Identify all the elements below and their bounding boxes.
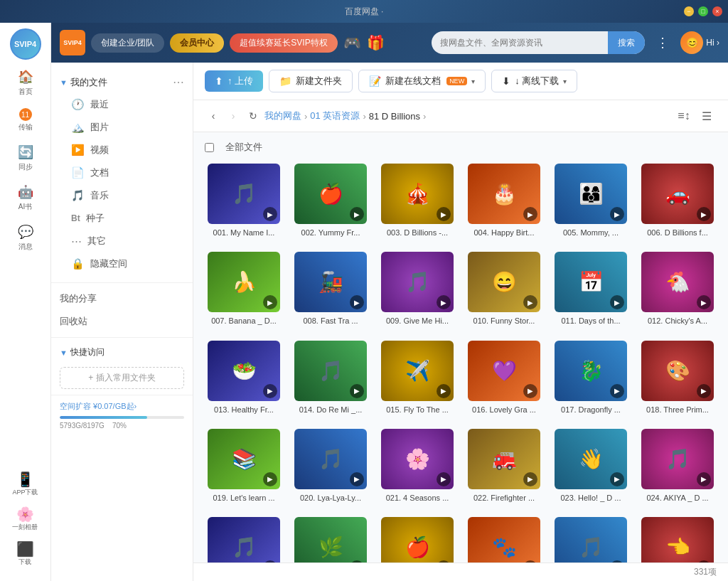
nav-video[interactable]: ▶️ 视频 xyxy=(51,139,193,161)
file-item-16[interactable]: 💜 ▶ 016. Lovely Gra ... xyxy=(465,338,543,417)
sidebar-item-message[interactable]: 💬 消息 xyxy=(0,218,50,257)
file-item-27[interactable]: 🍎 ▶ 027. 1 Apple, 2 ... xyxy=(378,514,456,563)
file-item-19[interactable]: 📚 ▶ 019. Let's learn ... xyxy=(205,426,283,506)
user-avatar: 😊 xyxy=(680,31,703,54)
forward-button[interactable]: › xyxy=(225,107,242,124)
file-item-10[interactable]: 😄 ▶ 010. Funny Stor... xyxy=(465,249,543,329)
sidebar-item-sync[interactable]: 🔄 同步 xyxy=(0,138,50,178)
add-folder-button[interactable]: + 插入常用文件夹 xyxy=(60,367,184,389)
new-folder-button[interactable]: 📁 新建文件夹 xyxy=(269,70,353,92)
file-item-13[interactable]: 🥗 ▶ 013. Healthy Fr... xyxy=(205,338,283,417)
file-item-18[interactable]: 🎨 ▶ 018. Three Prim... xyxy=(638,338,717,417)
file-item-6[interactable]: 🚗 ▶ 006. D Billions f... xyxy=(638,161,717,240)
moments-icon: 🌸 xyxy=(16,506,34,523)
search-button[interactable]: 搜索 xyxy=(608,31,645,54)
file-item-20[interactable]: 🎵 ▶ 020. Lya-Lya-Ly... xyxy=(291,426,370,506)
breadcrumb-folder1[interactable]: 01 英语资源 xyxy=(310,110,360,122)
nav-my-share[interactable]: 我的分享 xyxy=(51,287,193,310)
file-item-11[interactable]: 📅 ▶ 011. Days of th... xyxy=(552,249,630,329)
play-button-24[interactable]: ▶ xyxy=(697,472,711,486)
nav-music[interactable]: 🎵 音乐 xyxy=(51,184,193,207)
sidebar-item-transfer[interactable]: 11 传输 xyxy=(0,102,50,138)
file-thumb-22: 🚒 ▶ xyxy=(468,429,540,489)
file-item-25[interactable]: 🎵 ▶ 025. Oytobo _ ... xyxy=(205,514,283,563)
sidebar-item-sync-label: 同步 xyxy=(18,162,33,172)
team-button[interactable]: 创建企业/团队 xyxy=(91,33,164,53)
play-button-23[interactable]: ▶ xyxy=(610,472,624,486)
sort-button[interactable]: ≡↕ xyxy=(674,106,694,126)
nav-bt[interactable]: Bt 种子 xyxy=(51,207,193,230)
list-view-button[interactable]: ☰ xyxy=(697,106,717,126)
nav-other[interactable]: ⋯ 其它 xyxy=(51,230,193,252)
file-item-4[interactable]: 🎂 ▶ 004. Happy Birt... xyxy=(465,161,543,240)
refresh-button[interactable]: ↻ xyxy=(245,107,262,124)
offline-button[interactable]: ⬇ ↓ 离线下载 ▾ xyxy=(491,70,577,92)
nav-images[interactable]: 🏔️ 图片 xyxy=(51,116,193,139)
file-item-14[interactable]: 🎵 ▶ 014. Do Re Mi _... xyxy=(291,338,370,417)
file-item-1[interactable]: 🎵 ▶ 001. My Name I... xyxy=(205,161,283,240)
my-files-header[interactable]: ▼ 我的文件 ⋯ xyxy=(51,71,193,93)
close-button[interactable]: × xyxy=(712,6,722,16)
play-button-18[interactable]: ▶ xyxy=(697,384,711,398)
new-online-button[interactable]: 📝 新建在线文档 NEW ▾ xyxy=(358,70,486,92)
back-button[interactable]: ‹ xyxy=(205,107,222,124)
file-item-22[interactable]: 🚒 ▶ 022. Firefighter ... xyxy=(465,426,543,506)
file-item-17[interactable]: 🐉 ▶ 017. Dragonfly ... xyxy=(552,338,630,417)
play-button-5[interactable]: ▶ xyxy=(610,207,624,221)
file-item-9[interactable]: 🎵 ▶ 009. Give Me Hi... xyxy=(378,249,456,329)
file-item-24[interactable]: 🎵 ▶ 024. AKIYA _ D ... xyxy=(638,426,717,506)
gift-icon[interactable]: 🎁 xyxy=(367,34,385,51)
file-thumb-21: 🌸 ▶ xyxy=(381,429,454,489)
play-button-19[interactable]: ▶ xyxy=(263,472,277,486)
play-button-6[interactable]: ▶ xyxy=(697,207,711,221)
file-item-5[interactable]: 👨‍👩‍👦 ▶ 005. Mommy, ... xyxy=(552,161,630,240)
file-item-15[interactable]: ✈️ ▶ 015. Fly To The ... xyxy=(378,338,456,417)
file-item-28[interactable]: 🐾 ▶ 028. Animal So... xyxy=(465,514,543,563)
play-button-21[interactable]: ▶ xyxy=(437,472,451,486)
play-button-20[interactable]: ▶ xyxy=(350,472,364,486)
my-files-more-icon[interactable]: ⋯ xyxy=(173,75,184,89)
sidebar-moments[interactable]: 🌸 一刻相册 xyxy=(9,503,41,535)
nav-recent[interactable]: 🕐 最近 xyxy=(51,93,193,116)
play-button-4[interactable]: ▶ xyxy=(523,207,537,221)
play-button-15[interactable]: ▶ xyxy=(437,384,451,398)
game-icon[interactable]: 🎮 xyxy=(343,34,361,51)
file-item-26[interactable]: 🌿 ▶ 026. Wild & Far... xyxy=(291,514,370,563)
user-menu[interactable]: 😊 Hi › xyxy=(680,31,719,54)
nav-hidden[interactable]: 🔒 隐藏空间 xyxy=(51,252,193,275)
play-button-2[interactable]: ▶ xyxy=(350,207,364,221)
file-item-2[interactable]: 🍎 ▶ 002. Yummy Fr... xyxy=(291,161,370,240)
more-icon[interactable]: ⋮ xyxy=(651,32,675,53)
play-button-14[interactable]: ▶ xyxy=(350,384,364,398)
play-button-16[interactable]: ▶ xyxy=(523,384,537,398)
file-item-12[interactable]: 🐔 ▶ 012. Chicky's A... xyxy=(638,249,717,329)
sidebar-item-ai[interactable]: 🤖 AI书 xyxy=(0,178,50,218)
sidebar-item-home[interactable]: 🏠 首页 xyxy=(0,63,50,102)
nav-recycle[interactable]: 回收站 xyxy=(51,310,193,333)
minimize-button[interactable]: − xyxy=(684,6,694,16)
play-button-3[interactable]: ▶ xyxy=(437,207,451,221)
play-button-1[interactable]: ▶ xyxy=(263,207,277,221)
search-input[interactable] xyxy=(432,31,608,54)
file-item-3[interactable]: 🎪 ▶ 003. D Billions -... xyxy=(378,161,456,240)
storage-expand-link[interactable]: 空间扩容 ¥0.07/GB起› xyxy=(60,401,184,412)
play-button-13[interactable]: ▶ xyxy=(263,384,277,398)
upload-button[interactable]: ⬆ ↑ 上传 xyxy=(205,70,263,92)
file-item-7[interactable]: 🍌 ▶ 007. Banana _ D... xyxy=(205,249,283,329)
vip-button[interactable]: 会员中心 xyxy=(170,33,224,53)
sidebar: SVIP4 🏠 首页 11 传输 🔄 同步 🤖 AI书 💬 消息 📱 APP下载 xyxy=(0,23,51,581)
sidebar-store[interactable]: ⬛ 下载 xyxy=(14,538,37,570)
svip-button[interactable]: 超值续赛延长SVIP特权 xyxy=(230,33,337,53)
select-all-checkbox[interactable] xyxy=(205,143,214,152)
file-item-30[interactable]: 👈 ▶ 030. Left! Right... xyxy=(638,514,717,563)
file-item-23[interactable]: 👋 ▶ 023. Hello! _ D ... xyxy=(552,426,630,506)
file-item-21[interactable]: 🌸 ▶ 021. 4 Seasons ... xyxy=(378,426,456,506)
maximize-button[interactable]: □ xyxy=(698,6,708,16)
nav-docs[interactable]: 📄 文档 xyxy=(51,161,193,184)
sidebar-app-download[interactable]: 📱 APP下载 xyxy=(9,468,41,500)
breadcrumb-home[interactable]: 我的网盘 xyxy=(264,110,301,122)
file-item-29[interactable]: 🎵 ▶ 029. Johnny Joh... xyxy=(552,514,630,563)
play-button-17[interactable]: ▶ xyxy=(610,384,624,398)
play-button-22[interactable]: ▶ xyxy=(523,472,537,486)
file-item-8[interactable]: 🚂 ▶ 008. Fast Tra ... xyxy=(291,249,370,329)
